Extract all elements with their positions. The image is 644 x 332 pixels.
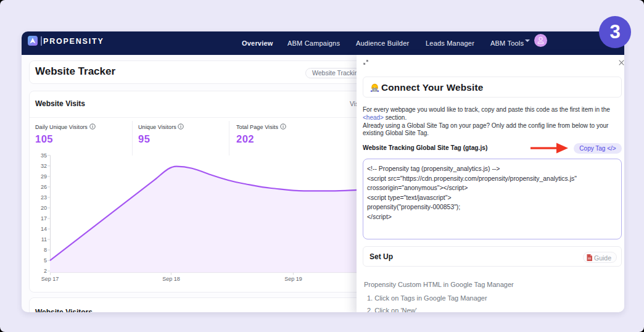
svg-text:Sep 18: Sep 18 bbox=[162, 276, 180, 282]
svg-text:Sep 19: Sep 19 bbox=[284, 276, 302, 282]
svg-text:8: 8 bbox=[44, 247, 47, 253]
svg-text:29: 29 bbox=[41, 173, 47, 180]
svg-text:2: 2 bbox=[44, 268, 47, 274]
svg-text:11: 11 bbox=[41, 236, 47, 243]
svg-text:35: 35 bbox=[41, 152, 47, 159]
svg-text:Sep 17: Sep 17 bbox=[41, 276, 59, 282]
svg-text:26: 26 bbox=[41, 184, 47, 190]
svg-text:14: 14 bbox=[41, 226, 47, 232]
svg-text:5: 5 bbox=[44, 257, 47, 264]
svg-text:20: 20 bbox=[41, 205, 47, 211]
svg-text:17: 17 bbox=[41, 215, 47, 222]
svg-text:32: 32 bbox=[41, 163, 47, 169]
svg-text:23: 23 bbox=[41, 194, 47, 201]
